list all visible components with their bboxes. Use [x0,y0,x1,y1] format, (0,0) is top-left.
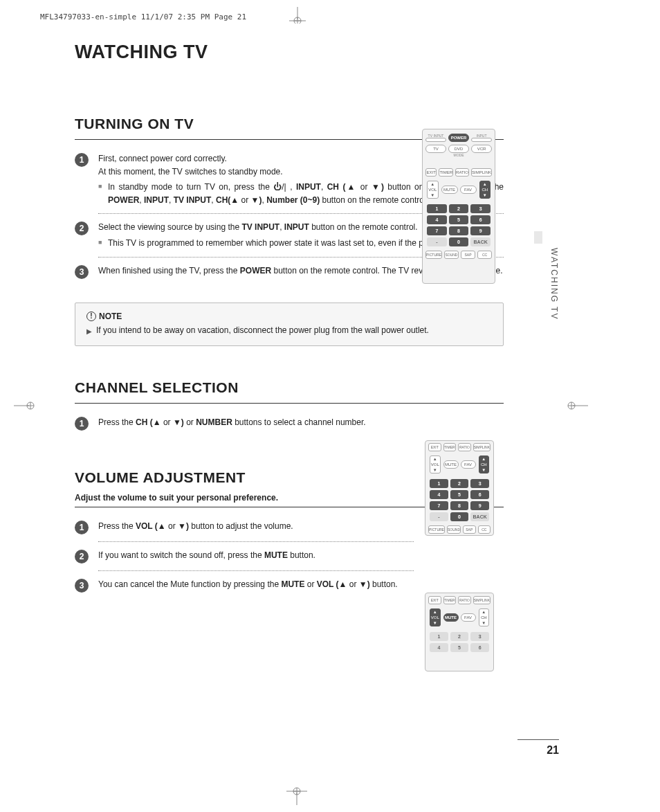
remote-illustration-channel: EXIT TIMER RATIO SIMPLINK ▲VOL▼ MUTE FAV… [425,440,494,536]
remote-button: PICTURE [428,525,445,534]
step-number-badge: 1 [75,153,89,167]
dotted-divider [98,541,414,542]
crop-mark-icon [14,399,35,413]
page-number: 21 [547,744,559,757]
ch-rocker: ▲CH▼ [479,608,490,626]
step-number-badge: 1 [75,417,89,431]
step-body: Press the CH (▲ or ▼) or NUMBER buttons … [98,416,400,431]
step: 2 If you want to switch the sound off, p… [75,549,414,563]
remote-button: SOUND [444,251,459,259]
side-section-label: WATCHING TV [549,248,559,320]
step: 3 You can cancel the Mute function by pr… [75,578,414,593]
alert-icon: ! [86,312,96,321]
remote-button: SIMPLINK [471,168,492,177]
section-title-channel: CHANNEL SELECTION [75,379,504,396]
mute-button: MUTE [443,460,459,469]
number-pad: 123 456 [425,629,493,655]
fav-button: FAV [460,186,477,194]
step-number-badge: 1 [75,521,89,534]
note-box: ! NOTE ▶ If you intend to be away on vac… [75,303,504,346]
fav-button: FAV [461,613,476,622]
vol-rocker: ▲VOL▼ [430,608,441,626]
number-pad: 123 456 789 -0BACK [425,476,493,524]
step-number-badge: 2 [75,222,89,235]
fav-button: FAV [461,460,476,469]
remote-button: EXIT [428,596,441,604]
bullet-icon: ■ [98,181,104,206]
crop-mark-icon [284,7,311,24]
remote-button: SAP [461,251,475,259]
remote-button: SAP [463,525,476,534]
remote-button: TIMER [439,168,453,177]
remote-button: CC [477,251,492,259]
number-pad: 123 456 789 -0BACK [423,201,495,249]
note-body-text: If you intend to be away on vacation, di… [96,325,429,337]
remote-button: CC [478,525,491,534]
triangle-icon: ▶ [86,325,92,337]
manual-page: MFL34797033-en-simple 11/1/07 2:35 PM Pa… [0,0,660,812]
remote-button: EXIT [428,443,441,451]
crop-mark-icon [279,787,314,805]
bullet-icon: ■ [98,237,104,250]
power-button: POWER [448,134,469,142]
step: 1 Press the CH (▲ or ▼) or NUMBER button… [75,416,400,431]
remote-button: RATIO [458,443,471,451]
step-body: Press the VOL (▲ or ▼) button to adjust … [98,520,414,534]
remote-button: SIMPLINK [473,596,491,604]
step-number-badge: 3 [75,265,89,279]
dotted-divider [98,570,414,571]
step-body: If you want to switch the sound off, pre… [98,549,414,563]
remote-button: SOUND [447,525,461,534]
mute-button: MUTE [443,613,459,622]
step: 1 Press the VOL (▲ or ▼) button to adjus… [75,520,414,534]
remote-button: TIMER [443,596,457,604]
ch-rocker: ▲CH▼ [479,455,490,473]
remote-button: VCR [471,145,492,153]
remote-button: DVD [448,145,469,153]
remote-button: TIMER [443,443,457,451]
page-title: WATCHING TV [75,42,504,63]
vol-rocker: ▲VOL▼ [427,181,439,199]
remote-button: EXIT [425,168,437,177]
remote-button: PICTURE [425,251,442,259]
remote-button: RATIO [455,168,469,177]
remote-illustration-volume: EXIT TIMER RATIO SIMPLINK ▲VOL▼ MUTE FAV… [425,593,494,671]
remote-button: TV [425,145,446,153]
ch-rocker: ▲CH▼ [479,181,491,199]
rule [75,403,504,404]
crop-mark-icon [567,399,588,413]
vol-rocker: ▲VOL▼ [430,455,441,473]
note-title-text: NOTE [99,312,122,321]
remote-illustration-power: TV INPUT POWER INPUT TV DVD VCR MODE EXI… [422,129,495,284]
note-title: ! NOTE [86,312,492,321]
crop-header: MFL34797033-en-simple 11/1/07 2:35 PM Pa… [40,12,246,21]
remote-button: RATIO [458,596,471,604]
page-number-rule [517,739,559,740]
section-tab [534,231,542,244]
remote-button: SIMPLINK [473,443,491,451]
remote-label: TV INPUT [425,134,446,138]
step-body: You can cancel the Mute function by pres… [98,578,414,593]
step-number-badge: 2 [75,550,89,563]
step-number-badge: 3 [75,579,89,593]
mute-button: MUTE [441,186,458,194]
